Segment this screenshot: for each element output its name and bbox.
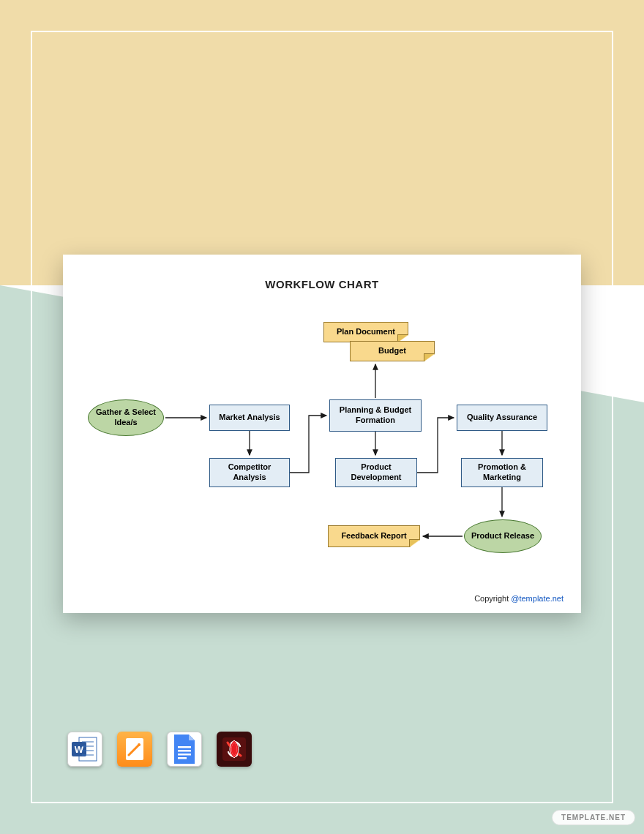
arrow-competitor-planning [290, 416, 326, 473]
copyright-line: Copyright @template.net [474, 594, 564, 603]
word-icon[interactable]: W [67, 732, 102, 767]
node-plan-doc: Plan Document [323, 322, 408, 342]
node-plan-doc-label: Plan Document [337, 327, 395, 337]
svg-rect-11 [178, 754, 191, 756]
node-product-dev: Product Development [335, 458, 417, 487]
svg-rect-12 [178, 757, 187, 759]
svg-rect-9 [178, 746, 191, 748]
node-feedback: Feedback Report [328, 525, 420, 547]
node-competitor-label: Competitor Analysis [214, 462, 285, 483]
svg-text:W: W [75, 744, 84, 755]
node-budget: Budget [350, 341, 435, 361]
node-qa-label: Quality Assurance [467, 413, 537, 423]
node-promo: Promotion & Marketing [461, 458, 543, 487]
google-docs-icon[interactable] [167, 732, 202, 767]
node-planning-label: Planning & Budget Formation [334, 405, 416, 426]
node-release-label: Product Release [471, 531, 534, 541]
node-market-label: Market Analysis [219, 413, 280, 423]
node-product-dev-label: Product Development [340, 462, 412, 483]
stage: WORKFLOW CHART Gather & Select Idea/s Ma… [0, 0, 644, 834]
node-competitor: Competitor Analysis [209, 458, 290, 487]
copyright-link[interactable]: @template.net [511, 594, 564, 603]
watermark-badge: TEMPLATE.NET [552, 810, 635, 825]
svg-rect-10 [178, 750, 191, 752]
pages-icon[interactable] [117, 732, 152, 767]
card-title: WORKFLOW CHART [63, 278, 581, 290]
node-gather-label: Gather & Select Idea/s [93, 407, 159, 428]
workflow-card: WORKFLOW CHART Gather & Select Idea/s Ma… [63, 255, 581, 613]
arrow-productdev-qa [417, 418, 454, 473]
node-market: Market Analysis [209, 405, 290, 431]
node-promo-label: Promotion & Marketing [466, 462, 538, 483]
node-budget-label: Budget [378, 346, 406, 356]
node-gather: Gather & Select Idea/s [88, 399, 164, 436]
pdf-icon[interactable]: PDF [217, 732, 252, 767]
node-feedback-label: Feedback Report [341, 531, 406, 541]
node-planning: Planning & Budget Formation [329, 399, 422, 432]
node-qa: Quality Assurance [457, 405, 547, 431]
node-release: Product Release [464, 519, 542, 553]
svg-point-8 [138, 743, 141, 746]
copyright-prefix: Copyright [474, 594, 511, 603]
format-icons-row: W PDF [67, 732, 252, 767]
